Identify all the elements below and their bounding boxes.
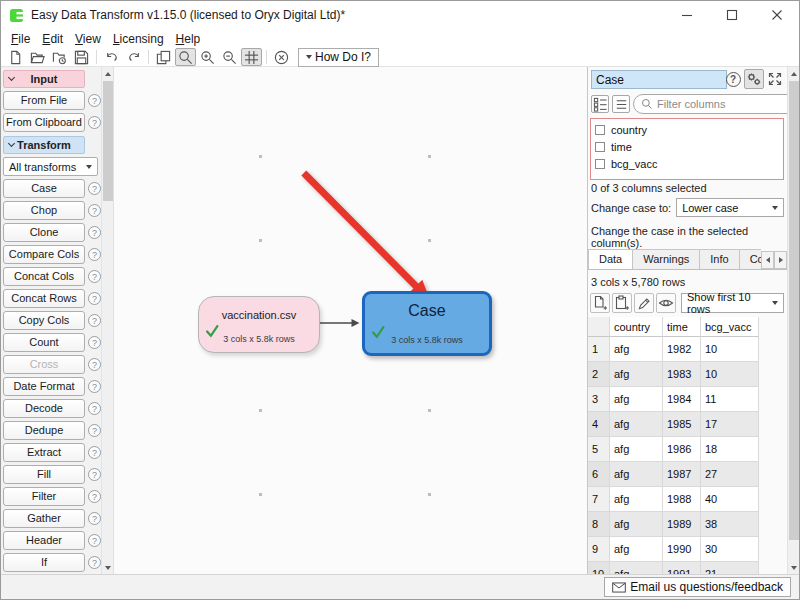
duplicate-icon[interactable] [153, 48, 174, 66]
help-icon[interactable] [88, 468, 101, 481]
table-cell[interactable]: 38 [701, 512, 759, 537]
table-cell[interactable]: afg [610, 462, 663, 487]
scrollbar-thumb[interactable] [789, 81, 799, 540]
help-icon[interactable] [88, 292, 101, 305]
column-checkbox[interactable] [595, 159, 605, 169]
maximize-button[interactable] [709, 1, 754, 29]
table-cell[interactable]: 17 [701, 412, 759, 437]
table-row[interactable]: 6 afg 1987 27 [588, 462, 759, 487]
minimize-button[interactable] [664, 1, 709, 29]
help-icon[interactable] [88, 402, 101, 415]
transform-item-button[interactable]: Header [3, 531, 85, 550]
table-row[interactable]: 9 afg 1990 30 [588, 537, 759, 562]
help-icon[interactable] [88, 446, 101, 459]
table-cell[interactable]: afg [610, 362, 663, 387]
filter-columns-search[interactable] [633, 94, 800, 114]
transform-item-button[interactable]: Count [3, 333, 85, 352]
column-row[interactable]: bcg_vacc [593, 155, 783, 172]
input-item-button[interactable]: From Clipboard [3, 113, 85, 132]
input-section-header[interactable]: Input [3, 70, 85, 88]
transform-item-button[interactable]: Copy Cols [3, 311, 85, 330]
select-columns-icon[interactable] [591, 95, 609, 113]
transform-section-header[interactable]: Transform [3, 136, 85, 154]
help-icon[interactable] [88, 116, 101, 129]
source-node[interactable]: vaccination.csv 3 cols x 5.8k rows [198, 296, 320, 353]
show-rows-dropdown[interactable]: Show first 10 rows [681, 293, 784, 313]
table-cell[interactable]: 1983 [663, 362, 701, 387]
help-icon[interactable] [88, 556, 101, 569]
remove-all-icon[interactable] [271, 48, 292, 66]
column-row[interactable]: country [593, 121, 783, 138]
transform-item-button[interactable]: Cross [3, 355, 85, 374]
table-cell[interactable]: 1989 [663, 512, 701, 537]
menu-item[interactable]: Edit [36, 31, 69, 47]
help-icon[interactable] [88, 380, 101, 393]
table-row[interactable]: 1 afg 1982 10 [588, 337, 759, 362]
node-canvas[interactable]: vaccination.csv 3 cols x 5.8k rows Case … [113, 67, 587, 574]
table-cell[interactable]: 1985 [663, 412, 701, 437]
table-cell[interactable]: afg [610, 437, 663, 462]
table-cell[interactable]: 1986 [663, 437, 701, 462]
tab[interactable]: Warnings [632, 249, 700, 269]
panel-settings-gears-icon[interactable] [744, 69, 764, 89]
paste-data-icon[interactable] [612, 293, 632, 313]
column-checkbox[interactable] [595, 142, 605, 152]
tab[interactable]: Data [588, 249, 633, 269]
table-cell[interactable]: afg [610, 412, 663, 437]
edit-pencil-icon[interactable] [634, 293, 654, 313]
table-cell[interactable]: 11 [701, 387, 759, 412]
transform-item-button[interactable]: Extract [3, 443, 85, 462]
transform-item-button[interactable]: If [3, 553, 85, 572]
transform-item-button[interactable]: Chop [3, 201, 85, 220]
menu-item[interactable]: File [5, 31, 36, 47]
panel-scrollbar[interactable] [787, 67, 799, 574]
save-icon[interactable] [71, 48, 92, 66]
transform-item-button[interactable]: Fill [3, 465, 85, 484]
scroll-up-icon[interactable] [788, 67, 800, 80]
table-cell[interactable]: afg [610, 537, 663, 562]
table-cell[interactable]: 10 [701, 362, 759, 387]
table-row[interactable]: 7 afg 1988 40 [588, 487, 759, 512]
table-cell[interactable]: 27 [701, 462, 759, 487]
how-do-i-button[interactable]: How Do I? [298, 48, 379, 67]
view-eye-icon[interactable] [656, 293, 676, 313]
zoom-in-icon[interactable] [197, 48, 218, 66]
menu-item[interactable]: Licensing [107, 31, 170, 47]
scroll-down-icon[interactable] [788, 561, 800, 574]
help-icon[interactable] [88, 490, 101, 503]
input-item-button[interactable]: From File [3, 91, 85, 110]
table-row[interactable]: 8 afg 1989 38 [588, 512, 759, 537]
table-cell[interactable]: afg [610, 337, 663, 362]
help-icon[interactable] [88, 358, 101, 371]
table-cell[interactable]: 1987 [663, 462, 701, 487]
table-cell[interactable]: 1984 [663, 387, 701, 412]
table-row[interactable]: 3 afg 1984 11 [588, 387, 759, 412]
new-project-icon[interactable] [5, 48, 26, 66]
transform-item-button[interactable]: Clone [3, 223, 85, 242]
scrollbar-thumb[interactable] [103, 81, 113, 201]
transform-item-button[interactable]: Gather [3, 509, 85, 528]
help-icon[interactable] [88, 94, 101, 107]
help-icon[interactable] [88, 204, 101, 217]
menu-item[interactable]: Help [170, 31, 207, 47]
filter-columns-input[interactable] [657, 98, 799, 110]
toggle-grid-icon[interactable] [241, 48, 262, 66]
panel-help-icon[interactable]: ? [723, 69, 743, 89]
help-icon[interactable] [88, 226, 101, 239]
node-name-field[interactable] [591, 70, 727, 89]
case-node-selected[interactable]: Case 3 cols x 5.8k rows [362, 291, 492, 356]
open-recent-icon[interactable] [49, 48, 70, 66]
tab-scroll-left-icon[interactable] [761, 251, 774, 269]
help-icon[interactable] [88, 336, 101, 349]
help-icon[interactable] [88, 270, 101, 283]
sidebar-scrollbar[interactable] [101, 67, 113, 574]
table-cell[interactable]: 30 [701, 537, 759, 562]
pan-zoom-icon[interactable] [175, 48, 196, 66]
transform-item-button[interactable]: Decode [3, 399, 85, 418]
table-row[interactable]: 4 afg 1985 17 [588, 412, 759, 437]
tab-scroll-right-icon[interactable] [774, 251, 787, 269]
transform-item-button[interactable]: Compare Cols [3, 245, 85, 264]
transform-item-button[interactable]: Case [3, 179, 85, 198]
column-header[interactable]: time [663, 317, 701, 337]
open-project-icon[interactable] [27, 48, 48, 66]
